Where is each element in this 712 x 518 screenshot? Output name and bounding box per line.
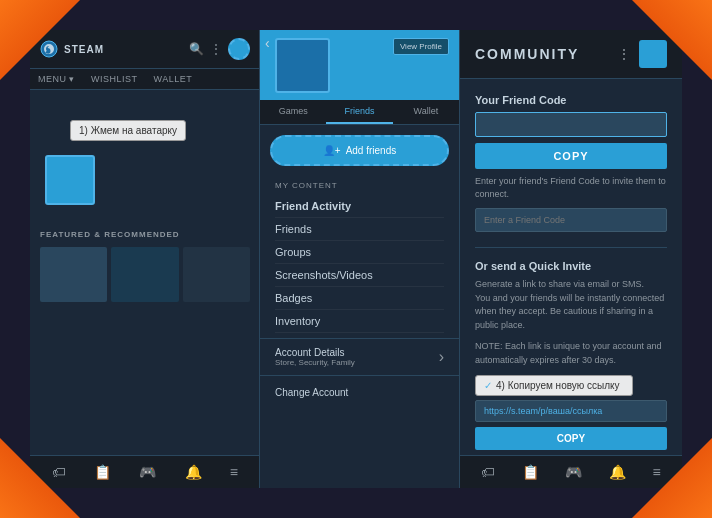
friend-activity-item[interactable]: Friend Activity <box>275 195 444 218</box>
games-tab[interactable]: Games <box>260 100 326 124</box>
steam-client-panel: STEAM 🔍 ⋮ MENU ▾ WISHLIST WALLET 1) Жмем… <box>30 30 260 488</box>
invite-note: NOTE: Each link is unique to your accoun… <box>475 340 667 367</box>
invite-description: Generate a link to share via email or SM… <box>475 278 667 332</box>
menu-tab[interactable]: MENU ▾ <box>30 69 83 89</box>
header-icons: 🔍 ⋮ <box>189 38 250 60</box>
comm-bottom-game-icon[interactable]: 🎮 <box>565 464 582 480</box>
quick-invite-section: Or send a Quick Invite Generate a link t… <box>475 260 667 455</box>
featured-images <box>40 247 250 302</box>
community-header: COMMUNITY ⋮ <box>460 30 682 79</box>
user-avatar-circle[interactable] <box>228 38 250 60</box>
steam-header: STEAM 🔍 ⋮ <box>30 30 260 69</box>
profile-avatar[interactable] <box>275 38 330 93</box>
svg-point-0 <box>41 41 57 57</box>
tooltip-click-avatar: 1) Жмем на аватарку <box>70 120 186 141</box>
steam-icon <box>40 40 58 58</box>
my-content-label: MY CONTENT <box>275 181 444 190</box>
account-details[interactable]: Account Details Store, Security, Family … <box>260 338 459 375</box>
featured-img-1 <box>40 247 107 302</box>
back-button[interactable]: ‹ <box>265 35 270 51</box>
profile-popup-panel: ‹ View Profile 2) «Добавить друзей» Game… <box>259 30 459 488</box>
bottom-nav-tag-icon[interactable]: 🏷 <box>52 464 66 480</box>
steam-nav-tabs: MENU ▾ WISHLIST WALLET <box>30 69 260 90</box>
wallet-tab-profile[interactable]: Wallet <box>393 100 459 124</box>
community-title: COMMUNITY <box>475 46 579 62</box>
community-more-icon[interactable]: ⋮ <box>617 46 631 62</box>
bottom-nav-game-icon[interactable]: 🎮 <box>139 464 156 480</box>
account-label: Account Details <box>275 347 355 358</box>
account-details-info: Account Details Store, Security, Family <box>275 347 355 367</box>
community-bottom-nav: 🏷 📋 🎮 🔔 ≡ <box>460 455 682 488</box>
community-content: Your Friend Code COPY Enter your friend'… <box>460 79 682 455</box>
friend-code-input[interactable] <box>475 112 667 137</box>
friend-code-section: Your Friend Code COPY Enter your friend'… <box>475 94 667 232</box>
account-arrow-icon: › <box>439 348 444 366</box>
featured-img-2 <box>111 247 178 302</box>
enter-friend-code-input[interactable] <box>475 208 667 232</box>
featured-label: FEATURED & RECOMMENDED <box>40 230 250 239</box>
comm-bottom-bell-icon[interactable]: 🔔 <box>609 464 626 480</box>
community-user-avatar[interactable] <box>639 40 667 68</box>
invite-link-display: https://s.team/p/ваша/ссылка <box>475 400 667 422</box>
user-avatar[interactable] <box>45 155 95 205</box>
tooltip-copy-link: ✓ 4) Копируем новую ссылку <box>475 375 633 396</box>
wallet-tab[interactable]: WALLET <box>146 69 201 89</box>
friends-item[interactable]: Friends <box>275 218 444 241</box>
search-icon[interactable]: 🔍 <box>189 42 204 56</box>
badges-item[interactable]: Badges <box>275 287 444 310</box>
featured-section: FEATURED & RECOMMENDED <box>30 230 260 302</box>
screenshots-videos-item[interactable]: Screenshots/Videos <box>275 264 444 287</box>
avatar-area <box>30 140 260 220</box>
bottom-nav-list-icon[interactable]: 📋 <box>94 464 111 480</box>
bottom-nav-bell-icon[interactable]: 🔔 <box>185 464 202 480</box>
section-divider <box>475 247 667 248</box>
groups-item[interactable]: Groups <box>275 241 444 264</box>
friend-code-label: Your Friend Code <box>475 94 667 106</box>
friends-tab[interactable]: Friends <box>326 100 392 124</box>
wishlist-tab[interactable]: WISHLIST <box>83 69 146 89</box>
change-account[interactable]: Change Account <box>260 375 459 406</box>
copy-friend-code-button[interactable]: COPY <box>475 143 667 169</box>
add-friends-icon: 👤+ <box>323 145 341 156</box>
view-profile-button[interactable]: View Profile <box>393 38 449 55</box>
copy-invite-link-button[interactable]: COPY <box>475 427 667 450</box>
comm-bottom-tag-icon[interactable]: 🏷 <box>481 464 495 480</box>
steam-logo <box>40 40 58 58</box>
my-content-section: MY CONTENT Friend Activity Friends Group… <box>260 176 459 338</box>
steam-title: STEAM <box>64 44 104 55</box>
featured-img-3 <box>183 247 250 302</box>
main-container: STEAM 🔍 ⋮ MENU ▾ WISHLIST WALLET 1) Жмем… <box>30 30 682 488</box>
comm-bottom-menu-icon[interactable]: ≡ <box>653 464 661 480</box>
profile-header: ‹ View Profile <box>260 30 459 100</box>
bottom-nav-menu-icon[interactable]: ≡ <box>230 464 238 480</box>
change-account-label: Change Account <box>275 387 348 398</box>
quick-invite-title: Or send a Quick Invite <box>475 260 667 272</box>
add-friends-label: Add friends <box>346 145 397 156</box>
friend-code-help-text: Enter your friend's Friend Code to invit… <box>475 175 667 200</box>
account-sub: Store, Security, Family <box>275 358 355 367</box>
steam-bottom-nav: 🏷 📋 🎮 🔔 ≡ <box>30 455 260 488</box>
add-friends-button[interactable]: 👤+ Add friends <box>270 135 449 166</box>
inventory-item[interactable]: Inventory <box>275 310 444 333</box>
community-panel: COMMUNITY ⋮ Your Friend Code COPY Enter … <box>459 30 682 488</box>
more-options-icon[interactable]: ⋮ <box>210 42 222 56</box>
profile-tabs: Games Friends Wallet <box>260 100 459 125</box>
comm-bottom-list-icon[interactable]: 📋 <box>522 464 539 480</box>
community-header-right: ⋮ <box>617 40 667 68</box>
